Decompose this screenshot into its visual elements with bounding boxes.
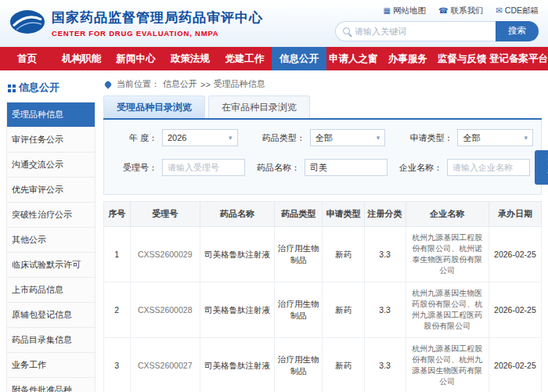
table-row: 2 CXSS2600028 司美格鲁肽注射液 治疗用生物制品 新药 3.3 杭州…	[104, 282, 542, 338]
col-drug-type: 药品类型	[274, 202, 322, 227]
phone-icon: ☎	[438, 6, 448, 15]
nav-policy[interactable]: 政策法规	[163, 47, 217, 70]
col-reg-class: 注册分类	[364, 202, 406, 227]
acceptance-no-link[interactable]: CXSS2600029	[130, 227, 200, 282]
nav-home[interactable]: 首页	[0, 47, 54, 70]
sidebar-item-excipient-registration[interactable]: 原辅包登记信息	[7, 303, 95, 328]
sidebar-title: 信息公开	[6, 78, 96, 102]
acceptance-no-input[interactable]	[162, 159, 245, 176]
sidebar: 信息公开 受理品种信息 审评任务公示 沟通交流公示 优先审评公示 突破性治疗公示…	[6, 78, 96, 392]
sitemap-link[interactable]: ▦ 网站地图	[384, 5, 426, 16]
nav-applicant-window[interactable]: 申请人之窗	[326, 47, 380, 70]
breadcrumb-current: 受理品种信息	[214, 78, 265, 90]
location-pin-icon	[103, 80, 112, 88]
sidebar-item-business-work[interactable]: 业务工作	[7, 353, 95, 378]
nav-party[interactable]: 党建工作	[218, 47, 272, 70]
site-titles: 国家药品监督管理局药品审评中心 CENTER FOR DRUG EVALUATI…	[52, 9, 263, 38]
drug-name-label: 药品名称：	[254, 162, 300, 174]
results-table: 序号 受理号 药品名称 药品类型 申请类型 注册分类 企业名称 承办日期 1 C…	[103, 201, 542, 392]
sidebar-item-review-tasks[interactable]: 审评任务公示	[7, 128, 95, 153]
nav-news[interactable]: 新闻中心	[109, 47, 163, 70]
acceptance-no-link[interactable]: CXSS2600028	[130, 282, 200, 338]
breadcrumb: 当前位置： 信息公开 >> 受理品种信息	[103, 78, 542, 95]
table-row: 3 CXSS2600027 司美格鲁肽注射液 治疗用生物制品 新药 3.3 杭州…	[104, 338, 542, 392]
col-apply-type: 申请类型	[323, 202, 364, 227]
chevron-down-icon: ▾	[229, 134, 233, 142]
sidebar-item-drug-catalog[interactable]: 药品目录集信息	[7, 328, 95, 353]
acceptance-no-label: 受理号：	[112, 162, 157, 174]
chevron-down-icon: ▾	[524, 134, 528, 142]
sidebar-item-other-notices[interactable]: 其他公示	[7, 228, 95, 253]
company-name-label: 企业名称：	[397, 162, 442, 174]
mail-icon: ✉	[496, 6, 502, 15]
acceptance-no-link[interactable]: CXSS2600027	[130, 338, 200, 392]
contact-link[interactable]: ☎ 联系我们	[438, 5, 483, 16]
table-header-row: 序号 受理号 药品名称 药品类型 申请类型 注册分类 企业名称 承办日期	[104, 202, 542, 227]
sidebar-item-priority-review[interactable]: 优先审评公示	[7, 178, 95, 203]
drug-type-label: 药品类型：	[260, 132, 305, 144]
year-label: 年 度：	[112, 132, 157, 144]
apply-type-select[interactable]: 全部 ▾	[457, 129, 533, 146]
col-index: 序号	[104, 202, 131, 227]
table-row: 1 CXSS2600029 司美格鲁肽注射液 治疗用生物制品 新药 3.3 杭州…	[104, 227, 542, 282]
sidebar-item-communication[interactable]: 沟通交流公示	[7, 153, 95, 178]
drug-type-select[interactable]: 全部 ▾	[310, 129, 386, 146]
site-search: 搜索	[335, 21, 539, 41]
site-subtitle: CENTER FOR DRUG EVALUATION, NMPA	[52, 29, 263, 38]
sidebar-item-accepted-varieties[interactable]: 受理品种信息	[7, 102, 95, 128]
sidebar-item-clinical-trial-approval[interactable]: 临床试验默示许可	[7, 253, 95, 278]
col-acceptance-no: 受理号	[130, 202, 200, 227]
cde-mail-link[interactable]: ✉ CDE邮箱	[496, 5, 539, 16]
nav-supervision[interactable]: 监督与反馈	[435, 47, 489, 70]
nav-registration-platform[interactable]: 登记备案平台	[489, 47, 548, 70]
nav-info-disclosure[interactable]: 信息公开	[272, 47, 326, 70]
main-nav: 首页 机构职能 新闻中心 政策法规 党建工作 信息公开 申请人之窗 办事服务 监…	[0, 47, 548, 70]
search-icon	[343, 27, 350, 34]
site-search-input[interactable]	[355, 27, 489, 36]
col-company: 企业名称	[406, 202, 489, 227]
grid-icon	[8, 85, 11, 88]
cde-logo[interactable]	[9, 9, 45, 38]
col-drug-name: 药品名称	[200, 202, 274, 227]
sidebar-item-breakthrough-therapy[interactable]: 突破性治疗公示	[7, 203, 95, 228]
filter-panel: 年 度： 2026 ▾ 药品类型： 全部 ▾ 申请类型： 全部 ▾	[103, 120, 542, 195]
chevron-down-icon: ▾	[377, 134, 380, 142]
col-date: 承办日期	[489, 202, 541, 227]
apply-type-label: 申请类型：	[407, 132, 452, 144]
tab-accepted-catalog[interactable]: 受理品种目录浏览	[103, 95, 205, 118]
sidebar-item-marketed-drugs[interactable]: 上市药品信息	[7, 278, 95, 303]
breadcrumb-section[interactable]: 信息公开	[163, 78, 197, 90]
site-search-button[interactable]: 搜索	[496, 21, 539, 41]
nav-services[interactable]: 办事服务	[380, 47, 434, 70]
query-button[interactable]: 查询	[535, 150, 548, 185]
tab-under-review-catalog[interactable]: 在审品种目录浏览	[208, 95, 310, 118]
breadcrumb-separator: >>	[200, 80, 211, 89]
sidebar-item-conditional-approval[interactable]: 附条件批准品种	[7, 378, 95, 392]
utility-links: ▦ 网站地图 ☎ 联系我们 ✉ CDE邮箱	[384, 5, 539, 16]
sitemap-icon: ▦	[384, 6, 391, 15]
year-select[interactable]: 2026 ▾	[162, 129, 238, 146]
nav-functions[interactable]: 机构职能	[54, 47, 108, 70]
drug-name-input[interactable]	[305, 159, 388, 176]
catalog-tabs: 受理品种目录浏览 在审品种目录浏览	[103, 95, 542, 120]
site-title: 国家药品监督管理局药品审评中心	[52, 9, 263, 27]
site-header: 国家药品监督管理局药品审评中心 CENTER FOR DRUG EVALUATI…	[0, 0, 548, 47]
company-name-input[interactable]	[447, 159, 530, 176]
